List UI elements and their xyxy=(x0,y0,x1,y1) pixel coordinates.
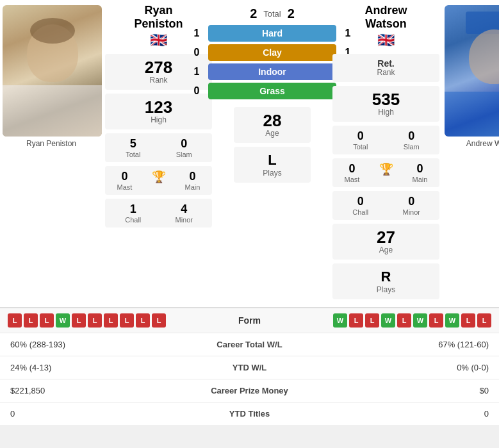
right-chall-minor-row: 0 Chall 0 Minor xyxy=(332,191,439,220)
right-player-photo xyxy=(445,5,499,137)
right-high-box: 535 High xyxy=(332,86,439,122)
left-minor-cell: 4 Minor xyxy=(159,203,210,224)
right-plays-box: RPlays xyxy=(332,263,439,299)
right-minor-cell: 0 Minor xyxy=(386,195,438,216)
grass-surface-btn[interactable]: Grass xyxy=(208,83,336,99)
left-mast-main-row: 0 Mast 🏆 0 Main xyxy=(105,166,212,195)
right-photo-area: Andrew Watson xyxy=(442,0,499,307)
stats-table: 60% (288-193) Career Total W/L 67% (121-… xyxy=(0,333,499,425)
left-age-box: 28 Age xyxy=(234,107,311,143)
stats-row: 24% (4-13) YTD W/L 0% (0-0) xyxy=(0,356,499,379)
form-badge: W xyxy=(381,313,395,328)
right-main-cell: 0 Main xyxy=(403,162,437,183)
form-badge: L xyxy=(72,313,86,328)
stat-left-val: 24% (4-13) xyxy=(0,356,175,379)
left-plays-box: L Plays xyxy=(234,147,311,183)
total-label: Total xyxy=(263,9,281,19)
left-age-value: 28 xyxy=(239,112,306,129)
right-player-name-label: Andrew Watson xyxy=(445,139,499,148)
right-high-label: High xyxy=(338,108,434,117)
right-total-cell: 0 Total xyxy=(335,129,386,151)
right-chall-cell: 0 Chall xyxy=(335,195,386,216)
total-right: 2 xyxy=(288,6,295,21)
left-chall-cell: 1 Chall xyxy=(108,203,159,224)
left-main-cell: 0 Main xyxy=(176,170,209,191)
left-slam-cell: 0 Slam xyxy=(159,137,210,158)
stat-right-val: 67% (121-60) xyxy=(324,333,499,356)
form-badge: L xyxy=(104,313,118,328)
right-total-slam-row: 0 Total 0 Slam xyxy=(332,126,439,154)
form-badge: L xyxy=(461,313,475,328)
left-high-value: 123 xyxy=(110,99,207,115)
right-mast-main-row: 0 Mast 🏆 0 Main xyxy=(332,158,439,187)
right-trophy-icon: 🏆 xyxy=(369,162,403,183)
right-rank-box: Ret. Rank xyxy=(332,54,439,82)
stat-center-label: Career Prize Money xyxy=(175,379,325,402)
middle-column: 2 Total 2 1 Hard 1 0 Clay 1 1 Indoor 0 0 xyxy=(215,0,330,307)
stat-right-val: $0 xyxy=(324,379,499,402)
right-rank-label: Rank xyxy=(338,68,434,77)
stat-left-val: 0 xyxy=(0,402,175,426)
form-badge: L xyxy=(40,313,54,328)
left-form-badges: LLLWLLLLLL xyxy=(8,313,208,328)
stat-center-label: YTD W/L xyxy=(175,356,325,379)
right-slam-cell: 0 Slam xyxy=(386,129,438,151)
hard-surface-btn[interactable]: Hard xyxy=(208,25,336,42)
form-badge: L xyxy=(365,313,379,328)
left-trophy-icon: 🏆 xyxy=(142,170,176,191)
stat-center-label: YTD Titles xyxy=(175,402,325,426)
right-flag: 🇬🇧 xyxy=(332,32,439,49)
left-high-label: High xyxy=(110,115,207,124)
stat-right-val: 0 xyxy=(324,402,499,426)
stat-right-val: 0% (0-0) xyxy=(324,356,499,379)
form-badge: L xyxy=(8,313,22,328)
total-row: 2 Total 2 xyxy=(215,6,330,21)
right-mast-cell: 0 Mast xyxy=(335,162,369,183)
right-high-value: 535 xyxy=(338,91,434,108)
right-age-box: 27Age xyxy=(332,224,439,260)
main-container: Ryan Peniston Ryan Peniston 🇬🇧 278 Rank … xyxy=(0,0,499,425)
form-badge: L xyxy=(24,313,38,328)
form-badge: W xyxy=(333,313,347,328)
form-badge: L xyxy=(120,313,134,328)
form-badge: L xyxy=(477,313,491,328)
player-comparison: Ryan Peniston Ryan Peniston 🇬🇧 278 Rank … xyxy=(0,0,499,308)
right-form-badges: WLLWLWLWLL xyxy=(292,313,492,328)
left-total-slam-row: 5 Total 0 Slam xyxy=(105,133,212,162)
form-badge: L xyxy=(152,313,166,328)
left-plays-label: Plays xyxy=(239,169,306,178)
stat-left-val: $221,850 xyxy=(0,379,175,402)
form-badge: L xyxy=(429,313,443,328)
form-badge: L xyxy=(397,313,411,328)
left-photo-area: Ryan Peniston xyxy=(0,0,102,307)
form-badge: W xyxy=(56,313,70,328)
left-plays-value: L xyxy=(239,152,306,169)
stat-left-val: 60% (288-193) xyxy=(0,333,175,356)
clay-surface-btn[interactable]: Clay xyxy=(208,44,336,61)
left-mast-cell: 0 Mast xyxy=(108,170,142,191)
form-badge: L xyxy=(136,313,150,328)
form-badge: L xyxy=(88,313,102,328)
left-chall-minor-row: 1 Chall 4 Minor xyxy=(105,199,212,228)
indoor-surface-btn[interactable]: Indoor xyxy=(208,63,336,80)
form-label: Form xyxy=(211,315,288,326)
left-player-name-label: Ryan Peniston xyxy=(3,139,100,148)
left-player-photo xyxy=(3,5,102,137)
form-badge: L xyxy=(349,313,363,328)
form-badge: W xyxy=(445,313,459,328)
right-player-stats: Andrew Watson 🇬🇧 Ret. Rank 535 High 0 To… xyxy=(330,0,442,307)
left-total-cell: 5 Total xyxy=(108,137,159,158)
stats-row: 0 YTD Titles 0 xyxy=(0,402,499,426)
right-player-name: Andrew Watson xyxy=(332,4,439,31)
form-section: LLLWLLLLLL Form WLLWLWLWLL xyxy=(0,308,499,333)
total-left: 2 xyxy=(250,6,257,21)
form-badge: W xyxy=(413,313,427,328)
left-age-label: Age xyxy=(239,129,306,138)
stats-row: 60% (288-193) Career Total W/L 67% (121-… xyxy=(0,333,499,356)
right-rank-value: Ret. xyxy=(338,59,434,68)
stat-center-label: Career Total W/L xyxy=(175,333,325,356)
stats-row: $221,850 Career Prize Money $0 xyxy=(0,379,499,402)
